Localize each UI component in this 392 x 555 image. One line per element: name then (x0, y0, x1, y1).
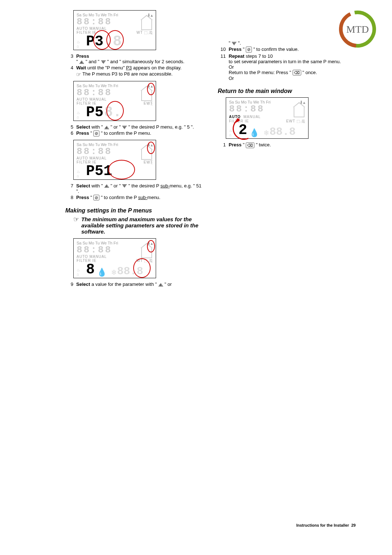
plus-icon (104, 184, 109, 188)
plus-icon (104, 126, 109, 129)
minus-icon (101, 60, 106, 64)
lcd-display-p51: Sa Su Mo Tu We Th Fri ⬇▴ 88:88 AUTO MANU… (73, 140, 156, 180)
step3-text: " and " simultaneously for 2 seconds. (106, 59, 185, 64)
heading-settings: Making settings in the P menus (65, 207, 203, 214)
hand-icon: ☞ (76, 71, 81, 77)
lcd-display-value: Sa Su Mo Tu We Th Fri ⬇▴ 88:88 AUTO MANU… (73, 238, 156, 278)
page-footer: Instructions for the Installer 29 (296, 523, 356, 527)
lcd-display-p5: Sa Su Mo Tu We Th Fri ⬇▴ 88:88 AUTO MANU… (73, 81, 156, 121)
lcd-display-main: Sa Su Mo Tu We Th Fri ⬇▴ 88:88 AUTO MANU… (226, 97, 309, 139)
mtd-logo: MTD (338, 9, 377, 49)
cancel-icon: ⌫ (246, 142, 254, 148)
hint-box: ☞The minimum and maximum values for the … (73, 216, 203, 235)
clock-ok-icon: ⊘ (93, 130, 99, 136)
cancel-icon: ⌫ (293, 70, 301, 76)
page: MTD Sa Su Mo Tu We Th Fri ⬇▴ 88:88 AUTO … (0, 0, 392, 538)
minus-icon (122, 184, 127, 188)
clock-ok-icon: ⊘ (246, 46, 252, 52)
lcd-display-p3: Sa Su Mo Tu We Th Fri ⬇▴ 88:88 AUTO MANU… (73, 10, 156, 50)
hand-icon: ☞ (73, 216, 79, 235)
right-column: " ". 10Press " ⊘ " to confirm the value.… (218, 7, 356, 287)
heading-return: Return to the main window (218, 88, 356, 94)
minus-icon (122, 126, 127, 129)
plus-icon (158, 283, 163, 287)
left-column: Sa Su Mo Tu We Th Fri ⬇▴ 88:88 AUTO MANU… (65, 7, 203, 287)
clock-ok-icon: ⊘ (93, 195, 99, 200)
plus-icon (79, 60, 84, 64)
svg-text:MTD: MTD (346, 24, 369, 35)
minus-icon (232, 42, 237, 45)
steps-table: 3Press " " and " " and " simultaneously … (65, 53, 203, 78)
svg-marker-3 (235, 118, 240, 123)
